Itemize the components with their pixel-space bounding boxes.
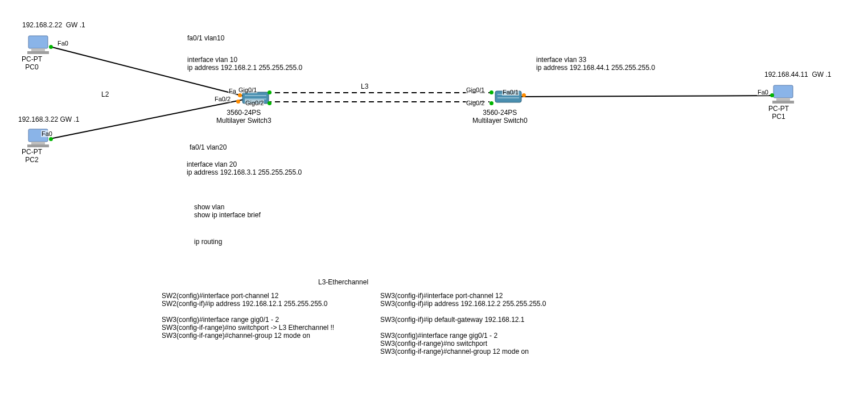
- port-label-sw0-fa01: Fa0/1: [502, 89, 519, 96]
- note-ether-right: SW3(config-if)#interface port-channel 12…: [380, 292, 546, 355]
- note-show-cmds: show vlan show ip interface brief: [194, 203, 261, 219]
- pc2-type: PC-PT: [22, 148, 42, 156]
- svg-rect-12: [776, 98, 790, 101]
- svg-line-2: [521, 96, 773, 97]
- pc0-ip-label: 192.168.2.22 GW .1: [22, 21, 85, 29]
- port-label-sw3-g01: Gig0/1: [238, 86, 257, 93]
- port-label-sw3-fa01: Fa: [228, 88, 237, 94]
- port-status-pc1-fa0: [770, 93, 774, 97]
- port-label-pc0-fa0: Fa0: [57, 40, 69, 47]
- pc0-type: PC-PT: [22, 55, 42, 63]
- port-status-sw3-g01: [268, 90, 271, 94]
- port-status-sw3-g02: [268, 101, 271, 105]
- sw0-model: 3560-24PS: [483, 109, 517, 117]
- pc2-caption[interactable]: PC-PT PC2: [22, 148, 42, 164]
- port-label-pc2-fa0: Fa0: [41, 130, 53, 137]
- svg-rect-10: [27, 144, 49, 147]
- port-label-sw0-g01: Gig0/1: [466, 86, 485, 93]
- note-vlan20-cfg: interface vlan 20 ip address 192.168.3.1…: [187, 160, 302, 176]
- port-label-sw3-g02: Gig0/2: [245, 100, 264, 106]
- note-vlan20-line: fa0/1 vlan20: [190, 143, 227, 151]
- port-label-sw0-g02: Gig0/2: [466, 100, 485, 106]
- port-status-sw0-g01: [489, 90, 493, 94]
- note-l2: L2: [101, 90, 109, 98]
- svg-rect-11: [774, 85, 793, 98]
- note-vlan33-cfg: interface vlan 33 ip address 192.168.44.…: [536, 56, 655, 72]
- svg-line-0: [50, 47, 246, 97]
- port-status-pc0-fa0: [49, 45, 53, 49]
- pc1-type: PC-PT: [768, 105, 789, 113]
- note-ether-left: SW2(config)#interface port-channel 12 SW…: [162, 292, 334, 340]
- pc2-ip-label: 192.168.3.22 GW .1: [18, 115, 79, 123]
- svg-rect-13: [772, 101, 794, 104]
- pc0-caption[interactable]: PC-PT PC0: [22, 55, 42, 71]
- pc1-name: PC1: [772, 113, 785, 121]
- sw3-name: Multilayer Switch3: [216, 117, 271, 125]
- note-iprouting: ip routing: [194, 238, 222, 246]
- sw3-model: 3560-24PS: [227, 109, 261, 117]
- port-status-sw3-fa01: [238, 93, 242, 97]
- sw0-caption[interactable]: 3560-24PS Multilayer Switch0: [472, 109, 528, 125]
- svg-rect-6: [31, 48, 45, 51]
- pc0-name: PC0: [25, 63, 38, 71]
- note-vlan10-cfg: interface vlan 10 ip address 192.168.2.1…: [187, 56, 302, 72]
- port-label-pc1-fa0: Fa0: [757, 89, 769, 96]
- port-status-sw0-fa01: [522, 93, 526, 97]
- port-status-sw3-fa02: [236, 100, 240, 104]
- sw0-name: Multilayer Switch0: [472, 117, 528, 125]
- port-status-sw0-g02: [489, 101, 493, 105]
- port-label-sw3-fa02: Fa0/2: [214, 96, 231, 102]
- pc2-name: PC2: [25, 156, 38, 164]
- svg-rect-9: [31, 142, 45, 144]
- pc1-ip-label: 192.168.44.11 GW .1: [764, 71, 831, 78]
- svg-rect-5: [28, 36, 48, 48]
- note-l3: L3: [361, 82, 368, 90]
- port-status-pc2-fa0: [49, 137, 53, 141]
- svg-rect-7: [27, 51, 49, 54]
- note-vlan10-line: fa0/1 vlan10: [187, 34, 224, 42]
- note-ether-title: L3-Etherchannel: [318, 278, 368, 286]
- sw3-caption[interactable]: 3560-24PS Multilayer Switch3: [216, 109, 271, 125]
- topology-canvas[interactable]: Fa0 Fa0 Fa0 Fa Fa0/2 Gig0/1 Gig0/2 Gig0/…: [0, 0, 868, 401]
- pc1-caption[interactable]: PC-PT PC1: [768, 105, 789, 121]
